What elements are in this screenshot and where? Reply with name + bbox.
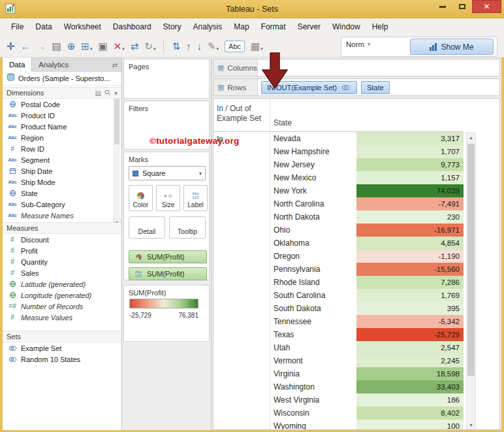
dimension-item-product-name[interactable]: AbcProduct Name [3,121,121,132]
datasource-item[interactable]: Orders (Sample - Supersto... [3,72,121,86]
state-label[interactable]: Oregon [274,252,300,261]
profit-cell[interactable]: 9,773 [356,158,464,171]
state-label[interactable]: New Hampshire [274,147,329,156]
close-button[interactable]: ✕ [472,0,501,13]
view-scrollbar[interactable]: ▲ ▼ [466,132,476,430]
state-label[interactable]: Wisconsin [274,408,309,418]
state-label[interactable]: Nevada [274,134,300,143]
scrollbar-thumb[interactable] [114,99,119,144]
show-mark-labels-button[interactable]: Abc [225,41,245,52]
state-label[interactable]: North Dakota [274,212,320,222]
new-datasource-button[interactable]: ⊕ [67,41,76,51]
tab-data[interactable]: Data [3,58,32,72]
menu-data[interactable]: Data [29,18,57,35]
state-label[interactable]: Ohio [274,225,290,235]
scroll-up-icon[interactable]: ▲ [467,133,475,142]
redo-button[interactable]: → [37,41,46,51]
color-gradient-bar[interactable] [129,299,198,308]
profit-cell[interactable]: 1,707 [356,145,464,158]
view-list-icon[interactable]: ▤ [95,90,101,97]
maximize-button[interactable] [452,0,472,13]
measure-item-measure-values[interactable]: #Measure Values [3,312,121,323]
state-label[interactable]: Washington [274,382,315,391]
run-update-button[interactable]: ↻▾ [144,41,155,51]
profit-cell[interactable]: 8,402 [356,407,464,420]
menu-analysis[interactable]: Analysis [187,18,228,35]
color-button[interactable]: Color [129,185,153,211]
measure-item-profit[interactable]: #Profit [3,245,121,256]
profit-cell[interactable]: 395 [356,302,464,315]
detail-button[interactable]: Detail [129,216,165,239]
dimension-item-measure-names[interactable]: AbcMeasure Names [3,210,121,221]
pages-shelf[interactable]: Pages [123,59,210,99]
state-label[interactable]: Wyoming [274,422,306,430]
dimension-item-ship-date[interactable]: Ship Date [3,165,121,176]
measure-item-number-of-records[interactable]: =#Number of Records [3,301,121,312]
state-column-header[interactable]: State [274,118,292,127]
member-highlight-button[interactable]: ✎▾ [208,41,219,51]
state-label[interactable]: Tennessee [274,317,311,326]
measure-item-sales[interactable]: #Sales [3,267,121,278]
state-label[interactable]: New York [274,186,307,195]
tooltip-button[interactable]: Tooltip [169,216,206,239]
profit-cell[interactable]: -15,560 [356,263,464,276]
menu-file[interactable]: File [5,18,29,35]
mark-type-dropdown[interactable]: Square ▾ [129,166,206,180]
state-label[interactable]: North Carolina [274,199,324,208]
profit-cell[interactable]: 33,403 [356,380,464,393]
marks-pill-sum-profit-0[interactable]: SUM(Profit) [129,250,207,263]
undo-button[interactable]: ← [21,41,31,51]
measure-item-quantity[interactable]: #Quantity [3,256,121,267]
dimension-item-sub-category[interactable]: AbcSub-Category [3,199,121,210]
fit-dropdown[interactable]: Norm ▾ [346,41,370,48]
profit-cell[interactable]: 1,769 [356,289,464,302]
titlebar[interactable]: Tableau - Sets ✕ [0,0,504,18]
menu-map[interactable]: Map [228,18,255,35]
dimension-item-row-id[interactable]: #Row ID [3,143,121,154]
profit-cell[interactable]: 18,598 [356,367,464,380]
profit-cell[interactable]: 100 [356,420,464,430]
state-label[interactable]: Vermont [274,356,303,365]
profit-cell[interactable]: -16,971 [356,224,464,237]
show-me-button[interactable]: Show Me [410,39,494,55]
dimension-item-ship-mode[interactable]: AbcShip Mode [3,176,121,188]
profit-cell[interactable]: -5,342 [356,315,464,328]
dimension-item-region[interactable]: AbcRegion [3,132,121,143]
state-label[interactable]: West Virginia [274,395,319,405]
chevron-down-icon[interactable]: ▾ [114,90,118,97]
rows-shelf-pill-state[interactable]: State [361,81,390,94]
clear-sheet-button[interactable]: ✕▾ [114,41,125,51]
sort-ascending-button[interactable]: ↑ [186,41,191,51]
dimension-item-state[interactable]: State [3,188,121,199]
profit-cell[interactable]: 7,286 [356,276,464,289]
minimize-button[interactable] [433,0,452,13]
measure-item-discount[interactable]: #Discount [3,234,121,245]
label-button[interactable]: Abc123 Label [183,185,208,211]
dimension-item-segment[interactable]: AbcSegment [3,154,121,165]
rows-shelf-body[interactable]: IN/OUT(Example Set)State [258,79,499,95]
profit-cell[interactable]: 74,039 [356,184,464,197]
set-item-random-10-states[interactable]: Random 10 States [3,354,121,365]
state-label[interactable]: Pennsylvania [274,265,320,274]
columns-shelf[interactable]: ▦ Columns [213,59,500,76]
menu-server[interactable]: Server [292,18,326,35]
swap-rows-columns-button[interactable]: ⇅ [172,41,180,51]
tab-analytics[interactable]: Analytics [32,58,75,72]
measure-item-longitude-generated[interactable]: Longitude (generated) [3,290,121,301]
state-label[interactable]: Utah [274,343,290,352]
profit-cell[interactable]: 2,245 [356,354,464,367]
scrollbar-thumb[interactable] [467,144,475,376]
measure-item-latitude-generated[interactable]: Latitude (generated) [3,278,121,290]
state-label[interactable]: Texas [274,330,294,339]
menu-dashboard[interactable]: Dashboard [107,18,157,35]
profit-cell[interactable]: -1,190 [356,250,464,263]
tableau-logo-button[interactable]: ✛ [7,41,15,51]
swap-button[interactable]: ⇄ [131,41,139,51]
state-label[interactable]: Virginia [274,369,300,378]
sort-descending-button[interactable]: ↓ [197,41,202,51]
profit-cell[interactable]: 2,547 [356,341,464,354]
profit-cell[interactable]: -7,491 [356,197,464,210]
dimension-item-product-id[interactable]: AbcProduct ID [3,110,121,121]
state-label[interactable]: South Carolina [274,291,325,300]
set-item-example-set[interactable]: Example Set [3,342,121,354]
